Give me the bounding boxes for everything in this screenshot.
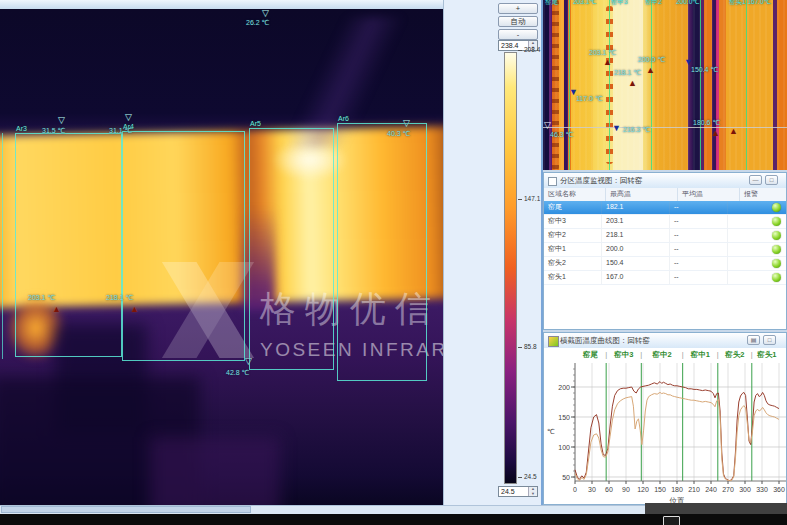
scale-minus-button[interactable]: - xyxy=(498,29,538,40)
x-tick-label: 60 xyxy=(605,486,613,493)
main-thermal-view[interactable]: 格物优信 YOSEEN INFRARED Ar3Ar4Ar5Ar6 ▽31.5 … xyxy=(0,9,443,505)
region-id-label: Ar5 xyxy=(250,120,261,127)
temp-marker-value-label: 42.8 ℃ xyxy=(226,369,249,377)
x-tick-label: 30 xyxy=(588,486,596,493)
spinner-arrows-icon[interactable]: ▲▼ xyxy=(528,487,537,496)
chart-maximize-button[interactable]: □ xyxy=(763,335,776,345)
table-checkbox[interactable] xyxy=(548,177,557,186)
maximize-button[interactable]: □ xyxy=(765,175,778,185)
table-row[interactable]: 窑尾182.1-- xyxy=(544,201,786,215)
measurement-region-Ar5[interactable]: Ar5 xyxy=(249,128,334,370)
scale-tick-label: 24.5 xyxy=(524,473,537,480)
scan-marker-value-label: 200.0 ℃ xyxy=(638,56,665,64)
palette-controls: + 自动 - 238.4 ▲▼ 208.4147.185.824.5 24.5 … xyxy=(443,0,542,505)
cell-max-temp: 167.0 xyxy=(602,271,670,284)
y-tick-label: 50 xyxy=(562,474,570,481)
temp-marker-min-icon[interactable]: ▽ xyxy=(58,116,65,124)
scan-marker-min-icon[interactable]: ▼ xyxy=(612,124,621,132)
chart-icon xyxy=(548,336,559,347)
table-row[interactable]: 窑头1167.0-- xyxy=(544,271,786,285)
cell-alarm xyxy=(728,271,774,284)
x-tick-label: 240 xyxy=(705,486,717,493)
scan-zone-label: 窑中2 xyxy=(645,0,662,7)
zone-table-panel: 分区温度监视图：回转窑 — □ 区域名称 最高温 平均温 报警 窑尾182.1-… xyxy=(543,172,787,330)
temp-marker-min-icon[interactable]: ▽ xyxy=(245,357,252,365)
table-row[interactable]: 窑中1200.0-- xyxy=(544,243,786,257)
cell-region-name: 窑中3 xyxy=(544,215,602,228)
alarm-status-dot xyxy=(772,245,781,254)
temp-marker-min-icon[interactable]: ▽ xyxy=(403,119,410,127)
scan-marker-min-icon[interactable]: ▼ xyxy=(684,58,693,66)
scale-tick xyxy=(518,477,522,478)
zone-name-label: 窑尾 xyxy=(583,350,598,360)
window-corner xyxy=(645,503,787,514)
scale-min-input[interactable]: 24.5 ▲▼ xyxy=(498,486,538,497)
x-tick-label: 180 xyxy=(671,486,683,493)
x-tick-label: 270 xyxy=(722,486,734,493)
scan-marker-value-label: 203.1 ℃ xyxy=(589,49,616,57)
y-tick-label: 150 xyxy=(558,414,570,421)
cell-max-temp: 203.1 xyxy=(602,215,670,228)
scan-marker-value-label: 216.3 ℃ xyxy=(623,126,650,134)
table-row[interactable]: 窑中3203.1-- xyxy=(544,215,786,229)
scan-texture xyxy=(543,0,787,170)
table-header: 区域名称 最高温 平均温 报警 xyxy=(544,188,786,202)
taskbar-window-icon[interactable] xyxy=(663,516,680,525)
zone-name-label: 窑中2 xyxy=(652,350,671,360)
temp-marker-value-label: 31.1 ℃ xyxy=(109,127,132,135)
scale-tick xyxy=(518,199,522,200)
measurement-region-Ar3[interactable]: Ar3 xyxy=(15,133,122,357)
alarm-status-dot xyxy=(772,203,781,212)
kiln-scan-view[interactable]: 窑尾203.1℃窑中3窑中2200.0℃窑头1 167.0℃ ▲203.1 ℃▲… xyxy=(543,0,787,170)
scan-marker-max-icon[interactable]: ▲ xyxy=(729,127,738,135)
col-alarm: 报警 xyxy=(740,188,786,201)
x-tick-label: 300 xyxy=(739,486,751,493)
scrollbar-thumb[interactable] xyxy=(1,506,251,513)
table-row[interactable]: 窑中2218.1-- xyxy=(544,229,786,243)
temp-marker-max-icon[interactable]: ▲ xyxy=(52,305,61,313)
y-axis-title: ℃ xyxy=(547,428,555,435)
scan-zone-label: 窑尾 xyxy=(545,0,558,7)
zone-divider-line xyxy=(700,0,701,170)
table-title: 分区温度监视图：回转窑 xyxy=(560,176,643,186)
zone-divider-line xyxy=(651,0,652,170)
alarm-status-dot xyxy=(772,273,781,282)
scan-zone-label: 203.1℃ xyxy=(573,0,597,6)
zone-divider-line xyxy=(569,0,570,170)
zone-name-label: 窑头1 xyxy=(757,350,776,360)
region-id-label: Ar3 xyxy=(16,125,27,132)
scan-marker-value-label: 46.3 ℃ xyxy=(550,131,573,139)
scan-marker-value-label: 117.0 ℃ xyxy=(576,95,603,103)
scale-tick xyxy=(518,347,522,348)
scan-marker-min-icon[interactable]: ▽ xyxy=(544,121,551,129)
scan-marker-max-icon[interactable]: ▲ xyxy=(646,66,655,74)
measurement-region-Ar4[interactable]: Ar4 xyxy=(122,131,245,361)
temp-marker-min-icon[interactable]: ▽ xyxy=(262,9,269,17)
zone-separator: | xyxy=(751,350,753,359)
temp-marker-min-icon[interactable]: ▽ xyxy=(125,113,132,121)
scan-marker-max-icon[interactable]: ▲ xyxy=(628,79,637,87)
minimize-button[interactable]: — xyxy=(749,175,762,185)
table-row[interactable]: 窑头2150.4-- xyxy=(544,257,786,271)
scale-auto-button[interactable]: 自动 xyxy=(498,16,538,27)
scan-marker-max-icon[interactable]: ▲ xyxy=(711,129,720,137)
measurement-region-Ar6[interactable]: Ar6 xyxy=(337,123,427,381)
col-region-name: 区域名称 xyxy=(544,188,606,201)
cell-alarm xyxy=(728,201,774,214)
scan-marker-value-label: 180.6 ℃ xyxy=(693,119,720,127)
zone-divider-line xyxy=(746,0,747,170)
temp-marker-max-icon[interactable]: ▲ xyxy=(130,305,139,313)
scan-zone-label: 200.0℃ xyxy=(676,0,700,6)
app-window: 格物优信 YOSEEN INFRARED Ar3Ar4Ar5Ar6 ▽31.5 … xyxy=(0,0,787,525)
temperature-chart: 5010015020003060901201501802102402703003… xyxy=(544,361,787,505)
zone-separator: | xyxy=(682,350,684,359)
alarm-status-dot xyxy=(772,231,781,240)
scan-marker-max-icon[interactable]: ▲ xyxy=(603,58,612,66)
chart-tool-button[interactable]: ▤ xyxy=(747,335,760,345)
scan-marker-value-label: 218.1 ℃ xyxy=(614,69,641,77)
x-tick-label: 90 xyxy=(622,486,630,493)
col-avg-temp: 平均温 xyxy=(678,188,740,201)
x-tick-label: 330 xyxy=(756,486,768,493)
scale-plus-button[interactable]: + xyxy=(498,3,538,14)
scan-zone-label: 窑中3 xyxy=(611,0,628,7)
